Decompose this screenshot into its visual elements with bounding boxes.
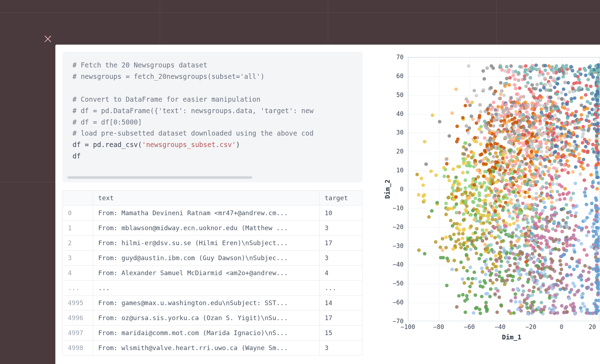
x-axis-label: Dim_1 bbox=[502, 333, 521, 341]
row-index: 4998 bbox=[63, 340, 93, 355]
code-output-panel: # Fetch the 20 Newsgroups dataset# newsg… bbox=[55, 45, 362, 364]
row-target: 15 bbox=[320, 325, 362, 340]
code-cell[interactable]: # Fetch the 20 Newsgroups dataset# newsg… bbox=[62, 52, 362, 182]
close-icon[interactable] bbox=[43, 34, 53, 44]
row-text: From: oz@ursa.sis.yorku.ca (Ozan S. Yigi… bbox=[93, 310, 320, 325]
col-header-text: text bbox=[93, 191, 320, 206]
row-index: 4997 bbox=[63, 325, 93, 340]
table-row: 4996From: oz@ursa.sis.yorku.ca (Ozan S. … bbox=[63, 310, 362, 325]
row-text: From: hilmi-er@dsv.su.se (Hilmi Eren)\nS… bbox=[93, 236, 320, 251]
y-tick: 70 bbox=[379, 54, 404, 61]
row-text: From: maridai@comm.mot.com (Marida Ignac… bbox=[93, 325, 320, 340]
y-tick: 20 bbox=[379, 148, 404, 155]
table-row: 3From: guyd@austin.ibm.com (Guy Dawson)\… bbox=[63, 251, 362, 266]
row-text: From: mblawson@midway.ecn.uoknor.edu (Ma… bbox=[93, 221, 320, 236]
row-text: From: guyd@austin.ibm.com (Guy Dawson)\n… bbox=[93, 251, 320, 266]
row-target: 3 bbox=[320, 340, 362, 355]
x-tick: −60 bbox=[464, 323, 475, 330]
notebook-window: # Fetch the 20 Newsgroups dataset# newsg… bbox=[55, 45, 600, 364]
y-tick: 0 bbox=[379, 186, 404, 193]
x-tick: −20 bbox=[525, 323, 536, 330]
table-row: 4995From: games@max.u.washington.edu\nSu… bbox=[63, 295, 362, 310]
plot-panel: Dim_2 −70−60−50−40−30−20−100102030405060… bbox=[362, 45, 600, 364]
y-tick: 50 bbox=[379, 91, 404, 98]
col-header-target: target bbox=[320, 191, 362, 206]
y-tick: −50 bbox=[379, 280, 404, 287]
y-tick: −10 bbox=[379, 204, 404, 212]
scatter-chart: Dim_2 −70−60−50−40−30−20−100102030405060… bbox=[379, 57, 600, 339]
dataframe-output: text target 0From: Mamatha Devineni Ratn… bbox=[62, 190, 362, 355]
row-text: From: Alexander Samuel McDiarmid <am2o+@… bbox=[93, 266, 320, 280]
row-index: 2 bbox=[63, 236, 93, 251]
horizontal-scrollbar[interactable] bbox=[68, 176, 252, 179]
row-target: 3 bbox=[320, 251, 362, 266]
table-row: 4997From: maridai@comm.mot.com (Marida I… bbox=[63, 325, 362, 340]
table-row: 2From: hilmi-er@dsv.su.se (Hilmi Eren)\n… bbox=[63, 236, 362, 251]
y-tick: 30 bbox=[379, 129, 404, 136]
row-index: 1 bbox=[63, 221, 93, 236]
row-text: ... bbox=[93, 280, 320, 295]
row-text: From: Mamatha Devineni Ratnam <mr47+@and… bbox=[93, 206, 320, 221]
row-index: 0 bbox=[63, 206, 93, 221]
row-target: ... bbox=[320, 280, 362, 295]
y-tick: 60 bbox=[379, 72, 404, 80]
row-target: 10 bbox=[320, 206, 362, 221]
y-tick: 10 bbox=[379, 167, 404, 174]
table-row: 1From: mblawson@midway.ecn.uoknor.edu (M… bbox=[63, 221, 362, 236]
x-tick: −100 bbox=[401, 323, 415, 330]
row-index: 4995 bbox=[63, 295, 93, 310]
table-row: 0From: Mamatha Devineni Ratnam <mr47+@an… bbox=[63, 206, 362, 221]
x-tick: 20 bbox=[589, 323, 596, 330]
row-target: 17 bbox=[320, 310, 362, 325]
y-tick: −70 bbox=[379, 318, 404, 325]
y-tick: −30 bbox=[379, 242, 404, 249]
table-row: 4998From: wlsmith@valve.heart.rri.uwo.ca… bbox=[63, 340, 362, 355]
row-target: 17 bbox=[320, 236, 362, 251]
col-header-index bbox=[63, 191, 93, 206]
row-index: 3 bbox=[63, 251, 93, 266]
y-tick: 40 bbox=[379, 110, 404, 117]
table-row: 4From: Alexander Samuel McDiarmid <am2o+… bbox=[63, 266, 362, 280]
x-tick: 0 bbox=[560, 323, 563, 330]
code-text: # Fetch the 20 Newsgroups dataset# newsg… bbox=[72, 60, 352, 162]
row-target: 4 bbox=[320, 266, 362, 280]
plot-area bbox=[408, 57, 600, 321]
row-index: ... bbox=[63, 280, 93, 295]
row-target: 14 bbox=[320, 295, 362, 310]
row-text: From: games@max.u.washington.edu\nSubjec… bbox=[93, 295, 320, 310]
row-text: From: wlsmith@valve.heart.rri.uwo.ca (Wa… bbox=[93, 340, 320, 355]
row-index: 4 bbox=[63, 266, 93, 280]
y-tick: −60 bbox=[379, 299, 404, 306]
row-index: 4996 bbox=[63, 310, 93, 325]
y-tick: −20 bbox=[379, 223, 404, 231]
row-target: 3 bbox=[320, 221, 362, 236]
table-row: ......... bbox=[63, 280, 362, 295]
x-tick: −80 bbox=[433, 323, 444, 330]
y-tick: −40 bbox=[379, 261, 404, 268]
x-tick: −40 bbox=[495, 323, 506, 330]
